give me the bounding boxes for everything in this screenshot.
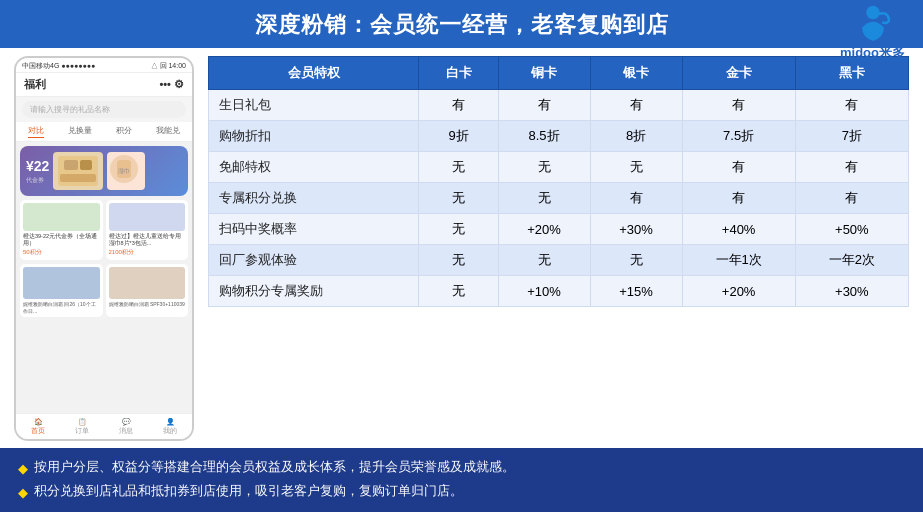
- table-row: 购物折扣9折8.5折8折7.5折7折: [209, 121, 909, 152]
- phone-status-right: △ 回 14:00: [151, 61, 186, 71]
- col-header-bai: 白卡: [419, 57, 498, 90]
- phone-tab-1[interactable]: 兑换量: [68, 125, 92, 138]
- footer-line-2: ◆ 积分兑换到店礼品和抵扣券到店使用，吸引老客户复购，复购订单归门店。: [18, 480, 905, 504]
- col-header-feature: 会员特权: [209, 57, 419, 90]
- phone-mockup: 中国移动4G ●●●●●●●● △ 回 14:00 福利 ••• ⚙ 请输入搜寻…: [14, 56, 194, 441]
- product-price: ¥22 代金券: [26, 158, 49, 185]
- table-header-row: 会员特权 白卡 铜卡 银卡 金卡 黑卡: [209, 57, 909, 90]
- row-cell: 8折: [590, 121, 682, 152]
- row-label: 回厂参观体验: [209, 245, 419, 276]
- phone-nav-home[interactable]: 🏠首页: [31, 418, 45, 436]
- phone-tab-3[interactable]: 我能兑: [156, 125, 180, 138]
- table-area: 会员特权 白卡 铜卡 银卡 金卡 黑卡 生日礼包有有有有有购物折扣9折8.5折8…: [208, 56, 909, 448]
- product-small-1: 橙达39-22元代金券（全场通用） 50积分: [20, 200, 103, 260]
- row-cell: 有: [682, 152, 795, 183]
- row-cell: 无: [498, 245, 590, 276]
- row-cell: +50%: [795, 214, 908, 245]
- phone-header-icons: ••• ⚙: [159, 78, 184, 91]
- product-bottom-1: 妮维雅防晒白润霜 回26（10个工作日...: [20, 264, 103, 317]
- table-row: 免邮特权无无无有有: [209, 152, 909, 183]
- phone-tab-2[interactable]: 积分: [116, 125, 132, 138]
- row-cell: 8.5折: [498, 121, 590, 152]
- row-cell: +30%: [795, 276, 908, 307]
- row-cell: +30%: [590, 214, 682, 245]
- row-cell: 无: [498, 152, 590, 183]
- row-cell: 无: [419, 276, 498, 307]
- footer-text-1: 按用户分层、权益分等搭建合理的会员权益及成长体系，提升会员荣誉感及成就感。: [34, 456, 515, 479]
- phone-status-left: 中国移动4G ●●●●●●●●: [22, 61, 95, 71]
- row-cell: 一年1次: [682, 245, 795, 276]
- col-header-jin: 金卡: [682, 57, 795, 90]
- table-row: 专属积分兑换无无有有有: [209, 183, 909, 214]
- svg-rect-2: [64, 160, 78, 170]
- row-cell: +40%: [682, 214, 795, 245]
- svg-text:湿巾: 湿巾: [118, 168, 130, 174]
- phone-tab-0[interactable]: 对比: [28, 125, 44, 138]
- product-bottom-label-1: 妮维雅防晒白润霜 回26（10个工作日...: [23, 301, 100, 314]
- phone-nav: 🏠首页 📋订单 💬消息 👤我的: [16, 413, 192, 439]
- phone-products: ¥22 代金券 湿巾 橙达39-22元代金券（全场通用） 50积分: [16, 142, 192, 413]
- product-small-img-1: [23, 203, 100, 231]
- row-cell: +15%: [590, 276, 682, 307]
- footer-text-2: 积分兑换到店礼品和抵扣券到店使用，吸引老客户复购，复购订单归门店。: [34, 480, 463, 503]
- row-cell: +10%: [498, 276, 590, 307]
- product-small-row: 橙达39-22元代金券（全场通用） 50积分 橙达过】橙达儿童送给专用湿巾8片*…: [20, 200, 188, 260]
- row-cell: 有: [682, 90, 795, 121]
- product-bottom-label-2: 妮维雅防晒白润霜 SPF30+110039: [109, 301, 186, 308]
- row-cell: 9折: [419, 121, 498, 152]
- row-cell: 有: [795, 90, 908, 121]
- row-cell: +20%: [498, 214, 590, 245]
- product-bottom-img-2: [109, 267, 186, 299]
- row-cell: +20%: [682, 276, 795, 307]
- row-label: 扫码中奖概率: [209, 214, 419, 245]
- table-row: 回厂参观体验无无无一年1次一年2次: [209, 245, 909, 276]
- product-image-1: [53, 152, 103, 190]
- row-cell: 无: [498, 183, 590, 214]
- svg-point-0: [866, 6, 879, 19]
- logo-area: midoo米多: [840, 4, 905, 62]
- phone-tabs: 对比 兑换量 积分 我能兑: [16, 122, 192, 142]
- product-small-points-2: 2100积分: [109, 248, 186, 257]
- header: 深度粉销：会员统一经营，老客复购到店 midoo米多: [0, 0, 923, 48]
- row-cell: 无: [590, 245, 682, 276]
- row-cell: 有: [795, 152, 908, 183]
- phone-status-bar: 中国移动4G ●●●●●●●● △ 回 14:00: [16, 58, 192, 73]
- product-small-label-2: 橙达过】橙达儿童送给专用湿巾8片*3包活...: [109, 233, 186, 247]
- row-cell: 有: [590, 90, 682, 121]
- phone-search-placeholder: 请输入搜寻的礼品名称: [30, 105, 110, 114]
- main-content: 中国移动4G ●●●●●●●● △ 回 14:00 福利 ••• ⚙ 请输入搜寻…: [0, 48, 923, 448]
- phone-app-title: 福利: [24, 77, 46, 92]
- footer-diamond-2: ◆: [18, 481, 28, 504]
- table-row: 生日礼包有有有有有: [209, 90, 909, 121]
- phone-search[interactable]: 请输入搜寻的礼品名称: [22, 101, 186, 118]
- page-title: 深度粉销：会员统一经营，老客复购到店: [255, 12, 669, 37]
- row-cell: 有: [498, 90, 590, 121]
- midoo-logo-icon: [852, 4, 894, 42]
- table-row: 扫码中奖概率无+20%+30%+40%+50%: [209, 214, 909, 245]
- row-cell: 7折: [795, 121, 908, 152]
- row-cell: 一年2次: [795, 245, 908, 276]
- product-bottom-img-1: [23, 267, 100, 299]
- footer-line-1: ◆ 按用户分层、权益分等搭建合理的会员权益及成长体系，提升会员荣誉感及成就感。: [18, 456, 905, 480]
- row-cell: 无: [419, 152, 498, 183]
- product-image-2: 湿巾: [107, 152, 145, 190]
- product-small-2: 橙达过】橙达儿童送给专用湿巾8片*3包活... 2100积分: [106, 200, 189, 260]
- row-cell: 无: [419, 245, 498, 276]
- row-label: 购物折扣: [209, 121, 419, 152]
- footer: ◆ 按用户分层、权益分等搭建合理的会员权益及成长体系，提升会员荣誉感及成就感。 …: [0, 448, 923, 512]
- svg-rect-4: [60, 174, 96, 182]
- phone-nav-mine[interactable]: 👤我的: [163, 418, 177, 436]
- footer-diamond-1: ◆: [18, 457, 28, 480]
- row-label: 免邮特权: [209, 152, 419, 183]
- row-label: 生日礼包: [209, 90, 419, 121]
- row-label: 专属积分兑换: [209, 183, 419, 214]
- phone-nav-order[interactable]: 📋订单: [75, 418, 89, 436]
- row-cell: 无: [419, 214, 498, 245]
- row-cell: 有: [795, 183, 908, 214]
- product-card-big: ¥22 代金券 湿巾: [20, 146, 188, 196]
- col-header-tong: 铜卡: [498, 57, 590, 90]
- table-row: 购物积分专属奖励无+10%+15%+20%+30%: [209, 276, 909, 307]
- phone-nav-message[interactable]: 💬消息: [119, 418, 133, 436]
- phone-app-header: 福利 ••• ⚙: [16, 73, 192, 97]
- row-cell: 无: [590, 152, 682, 183]
